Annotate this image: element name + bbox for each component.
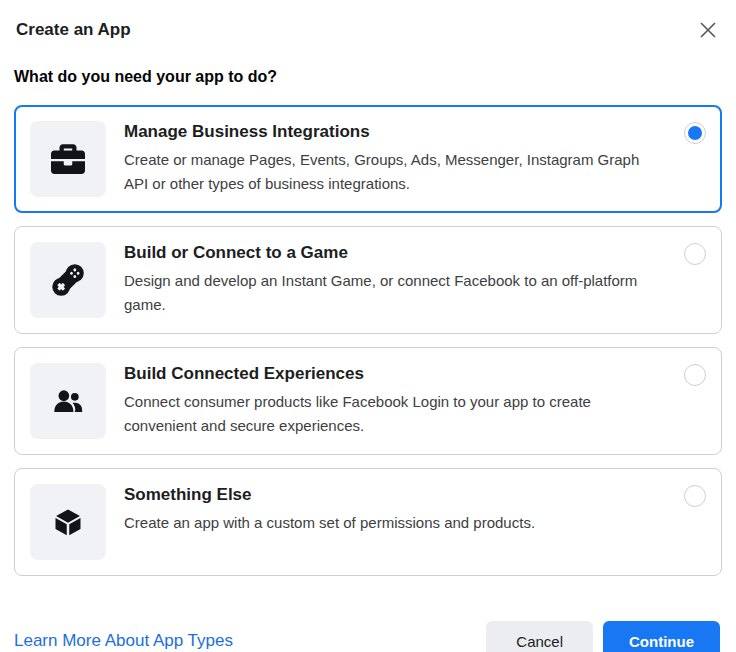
option-text: Manage Business Integrations Create or m… xyxy=(124,121,666,196)
option-title: Build Connected Experiences xyxy=(124,364,666,384)
radio-unselected[interactable] xyxy=(684,243,706,265)
option-description: Create an app with a custom set of permi… xyxy=(124,511,666,535)
option-description: Design and develop an Instant Game, or c… xyxy=(124,269,666,317)
close-icon[interactable] xyxy=(696,18,720,42)
dialog-footer: Learn More About App Types Cancel Contin… xyxy=(14,621,722,652)
radio-unselected[interactable] xyxy=(684,485,706,507)
option-something-else[interactable]: Something Else Create an app with a cust… xyxy=(14,468,722,576)
dialog-header: Create an App xyxy=(14,12,722,42)
option-manage-business-integrations[interactable]: Manage Business Integrations Create or m… xyxy=(14,105,722,213)
option-text: Build or Connect to a Game Design and de… xyxy=(124,242,666,317)
option-build-or-connect-game[interactable]: Build or Connect to a Game Design and de… xyxy=(14,226,722,334)
option-description: Create or manage Pages, Events, Groups, … xyxy=(124,148,666,196)
dialog-question: What do you need your app to do? xyxy=(14,68,722,86)
option-title: Something Else xyxy=(124,485,666,505)
gamepad-icon xyxy=(30,242,106,318)
users-icon xyxy=(30,363,106,439)
option-text: Build Connected Experiences Connect cons… xyxy=(124,363,666,438)
create-app-dialog: Create an App What do you need your app … xyxy=(0,0,736,652)
radio-unselected[interactable] xyxy=(684,364,706,386)
continue-button[interactable]: Continue xyxy=(603,621,720,652)
option-build-connected-experiences[interactable]: Build Connected Experiences Connect cons… xyxy=(14,347,722,455)
option-text: Something Else Create an app with a cust… xyxy=(124,484,666,535)
cancel-button[interactable]: Cancel xyxy=(486,621,593,652)
footer-buttons: Cancel Continue xyxy=(486,621,720,652)
learn-more-link[interactable]: Learn More About App Types xyxy=(14,631,233,651)
dialog-title: Create an App xyxy=(16,20,131,40)
radio-selected[interactable] xyxy=(684,122,706,144)
option-description: Connect consumer products like Facebook … xyxy=(124,390,666,438)
briefcase-icon xyxy=(30,121,106,197)
option-title: Build or Connect to a Game xyxy=(124,243,666,263)
option-title: Manage Business Integrations xyxy=(124,122,666,142)
cube-icon xyxy=(30,484,106,560)
